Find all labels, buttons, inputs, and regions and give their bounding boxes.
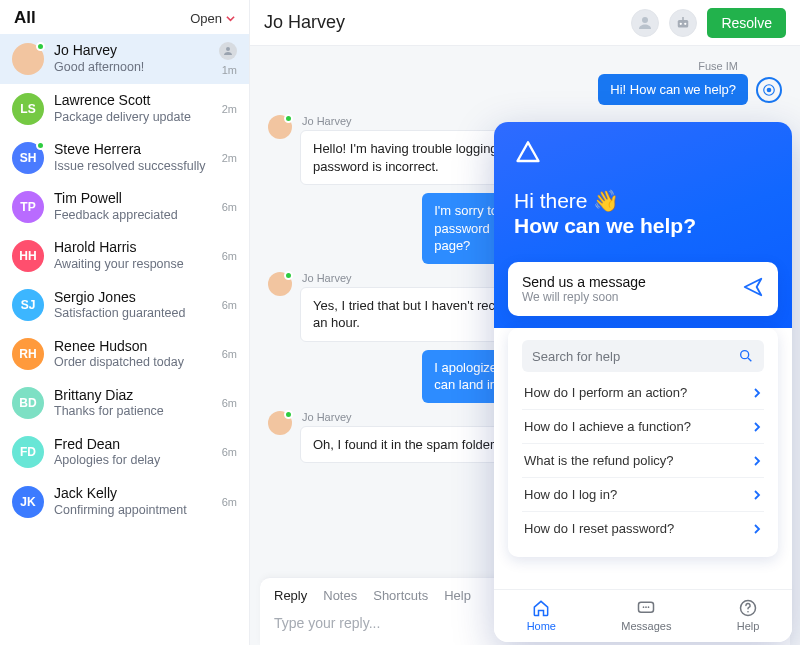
send-message-card[interactable]: Send us a message We will reply soon <box>508 262 778 316</box>
conversation-snippet: Issue resolved successfully <box>54 159 212 175</box>
avatar: FD <box>12 436 44 468</box>
nav-messages[interactable]: Messages <box>621 598 671 632</box>
tab-shortcuts[interactable]: Shortcuts <box>373 588 428 603</box>
faq-item[interactable]: How do I perform an action? <box>522 376 764 409</box>
svg-point-12 <box>648 606 650 608</box>
agent-avatar[interactable] <box>631 9 659 37</box>
svg-point-1 <box>642 17 648 23</box>
avatar: SH <box>12 142 44 174</box>
conversation-name: Sergio Jones <box>54 289 212 307</box>
svg-point-10 <box>643 606 645 608</box>
faq-item[interactable]: How do I log in? <box>522 477 764 511</box>
avatar: TP <box>12 191 44 223</box>
tab-notes[interactable]: Notes <box>323 588 357 603</box>
filter-dropdown[interactable]: Open <box>190 11 235 26</box>
conversation-item[interactable]: FDFred DeanApologies for delay6m <box>0 428 249 477</box>
presence-dot-icon <box>284 271 293 280</box>
conversation-name: Brittany Diaz <box>54 387 212 405</box>
brand-logo-icon <box>514 140 542 168</box>
send-icon <box>742 276 764 302</box>
conversation-item[interactable]: BDBrittany DiazThanks for patience6m <box>0 379 249 428</box>
sidebar-title: All <box>14 8 36 28</box>
tab-help[interactable]: Help <box>444 588 471 603</box>
conversation-item[interactable]: SHSteve HerreraIssue resolved successful… <box>0 133 249 182</box>
faq-label: What is the refund policy? <box>524 453 674 468</box>
conversation-time: 6m <box>222 201 237 213</box>
conversation-name: Tim Powell <box>54 190 212 208</box>
bot-name-label: Fuse IM <box>268 60 782 72</box>
nav-home-label: Home <box>527 620 556 632</box>
nav-home[interactable]: Home <box>527 598 556 632</box>
conversation-snippet: Thanks for patience <box>54 404 212 420</box>
conversation-item[interactable]: RHRenee HudsonOrder dispatched today6m <box>0 330 249 379</box>
conversation-time: 6m <box>222 250 237 262</box>
tab-reply[interactable]: Reply <box>274 588 307 603</box>
conversation-text: Tim PowellFeedback appreciated <box>54 190 212 223</box>
conversation-item[interactable]: Jo HarveyGood afternoon!1m <box>0 34 249 84</box>
faq-label: How do I reset password? <box>524 521 674 536</box>
conversation-meta: 6m <box>222 250 237 262</box>
conversation-meta: 6m <box>222 201 237 213</box>
conversation-text: Brittany DiazThanks for patience <box>54 387 212 420</box>
home-icon <box>531 598 551 618</box>
widget-bottom-nav: Home Messages Help <box>494 589 792 642</box>
faq-item[interactable]: How do I achieve a function? <box>522 409 764 443</box>
conversation-time: 1m <box>222 64 237 76</box>
conversation-item[interactable]: JKJack KellyConfirming appointment6m <box>0 477 249 526</box>
resolve-button[interactable]: Resolve <box>707 8 786 38</box>
messages-icon <box>636 598 656 618</box>
conversation-name: Lawrence Scott <box>54 92 212 110</box>
conversation-time: 6m <box>222 496 237 508</box>
chevron-right-icon <box>752 422 762 432</box>
bot-avatar-icon <box>756 77 782 103</box>
presence-dot-icon <box>36 141 45 150</box>
conversation-item[interactable]: LSLawrence ScottPackage delivery update2… <box>0 84 249 133</box>
conversation-name: Jo Harvey <box>54 42 209 60</box>
search-icon <box>738 348 754 364</box>
bot-bubble: Hi! How can we help? <box>598 74 748 105</box>
send-subtitle: We will reply soon <box>522 290 646 304</box>
presence-dot-icon <box>36 42 45 51</box>
faq-item[interactable]: What is the refund policy? <box>522 443 764 477</box>
conversation-item[interactable]: TPTim PowellFeedback appreciated6m <box>0 182 249 231</box>
conversation-item[interactable]: SJSergio JonesSatisfaction guaranteed6m <box>0 281 249 330</box>
svg-point-8 <box>741 351 749 359</box>
chevron-down-icon <box>226 14 235 23</box>
conversation-name: Steve Herrera <box>54 141 212 159</box>
conversation-text: Jack KellyConfirming appointment <box>54 485 212 518</box>
conversation-snippet: Package delivery update <box>54 110 212 126</box>
help-search-input[interactable]: Search for help <box>522 340 764 372</box>
widget-greeting: Hi there 👋 <box>514 188 772 213</box>
conversation-meta: 2m <box>222 103 237 115</box>
conversation-time: 2m <box>222 152 237 164</box>
conversation-text: Fred DeanApologies for delay <box>54 436 212 469</box>
faq-label: How do I perform an action? <box>524 385 687 400</box>
help-widget: Hi there 👋 How can we help? Send us a me… <box>494 122 792 642</box>
conversation-snippet: Order dispatched today <box>54 355 212 371</box>
conversation-text: Harold HarrisAwaiting your response <box>54 239 212 272</box>
svg-rect-5 <box>683 17 685 20</box>
avatar: SJ <box>12 289 44 321</box>
avatar: JK <box>12 486 44 518</box>
svg-point-14 <box>747 611 749 613</box>
presence-dot-icon <box>284 410 293 419</box>
conversation-item[interactable]: HHHarold HarrisAwaiting your response6m <box>0 231 249 280</box>
conversation-text: Steve HerreraIssue resolved successfully <box>54 141 212 174</box>
svg-point-11 <box>646 606 648 608</box>
bot-avatar-button[interactable] <box>669 9 697 37</box>
help-search-card: Search for help How do I perform an acti… <box>508 328 778 557</box>
widget-cards: Send us a message We will reply soon Sea… <box>508 262 778 557</box>
conversation-title: Jo Harvey <box>264 12 621 33</box>
customer-avatar <box>268 115 292 139</box>
conversation-text: Jo HarveyGood afternoon! <box>54 42 209 75</box>
faq-label: How do I achieve a function? <box>524 419 691 434</box>
conversation-time: 6m <box>222 446 237 458</box>
person-icon <box>636 14 654 32</box>
conversation-snippet: Feedback appreciated <box>54 208 212 224</box>
conversation-header: Jo Harvey Resolve <box>250 0 800 46</box>
faq-list: How do I perform an action?How do I achi… <box>522 376 764 545</box>
nav-help[interactable]: Help <box>737 598 760 632</box>
nav-help-label: Help <box>737 620 760 632</box>
faq-item[interactable]: How do I reset password? <box>522 511 764 545</box>
conversation-text: Renee HudsonOrder dispatched today <box>54 338 212 371</box>
